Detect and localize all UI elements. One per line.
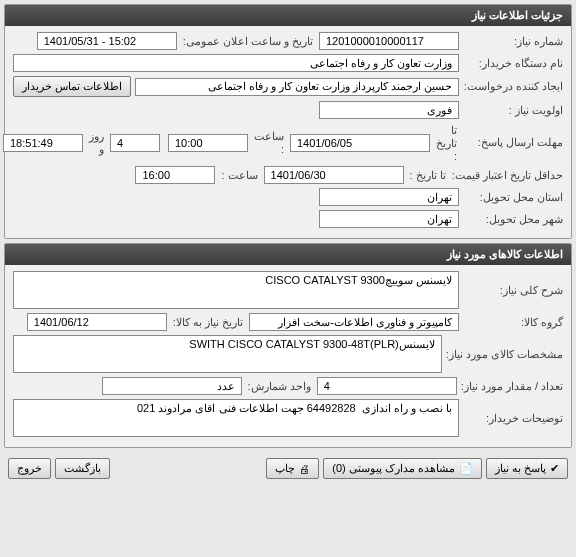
field-goods-group[interactable] xyxy=(249,313,459,331)
field-need-number[interactable] xyxy=(319,32,459,50)
field-delivery-city[interactable] xyxy=(319,210,459,228)
goods-info-header: اطلاعات کالاهای مورد نیاز xyxy=(5,244,571,265)
need-details-header: جزئیات اطلاعات نیاز xyxy=(5,5,571,26)
field-public-announce[interactable] xyxy=(37,32,177,50)
row-goods-spec: مشخصات کالای مورد نیاز: xyxy=(13,335,563,373)
button-group-left: بازگشت خروج xyxy=(8,458,110,479)
row-price-validity: حداقل تاریخ اعتبار قیمت: تا تاریخ : ساعت… xyxy=(13,166,563,184)
attachments-button-label: مشاهده مدارک پیوستی (0) xyxy=(332,462,455,475)
label-priority: اولویت نیاز : xyxy=(463,104,563,117)
row-general-desc: شرح کلی نیاز: xyxy=(13,271,563,309)
exit-button-label: خروج xyxy=(17,462,42,475)
need-details-panel: جزئیات اطلاعات نیاز شماره نیاز: تاریخ و … xyxy=(4,4,572,239)
field-remaining-hours[interactable] xyxy=(3,134,83,152)
field-quantity[interactable] xyxy=(317,377,457,395)
document-icon: 📄 xyxy=(459,462,473,475)
label-quantity: تعداد / مقدار مورد نیاز: xyxy=(461,380,563,393)
field-price-validity-date[interactable] xyxy=(264,166,404,184)
field-remaining-days[interactable] xyxy=(110,134,160,152)
attachments-button[interactable]: 📄 مشاهده مدارک پیوستی (0) xyxy=(323,458,482,479)
label-to-date-2: تا تاریخ : xyxy=(408,169,448,182)
field-priority[interactable] xyxy=(319,101,459,119)
label-buyer-org: نام دستگاه خریدار: xyxy=(463,57,563,70)
back-button[interactable]: بازگشت xyxy=(55,458,110,479)
button-group-right: ✔ پاسخ به نیاز 📄 مشاهده مدارک پیوستی (0)… xyxy=(266,458,568,479)
field-delivery-province[interactable] xyxy=(319,188,459,206)
label-time-1: ساعت : xyxy=(252,130,286,155)
row-need-number: شماره نیاز: تاریخ و ساعت اعلان عمومی: xyxy=(13,32,563,50)
respond-button-label: پاسخ به نیاز xyxy=(495,462,546,475)
label-response-deadline: مهلت ارسال پاسخ: xyxy=(463,136,563,149)
field-goods-spec[interactable] xyxy=(13,335,442,373)
print-button-label: چاپ xyxy=(275,462,295,475)
respond-button[interactable]: ✔ پاسخ به نیاز xyxy=(486,458,568,479)
field-requester[interactable] xyxy=(135,78,459,96)
field-general-desc[interactable] xyxy=(13,271,459,309)
field-response-time[interactable] xyxy=(168,134,248,152)
label-public-announce: تاریخ و ساعت اعلان عمومی: xyxy=(181,35,315,48)
label-goods-spec: مشخصات کالای مورد نیاز: xyxy=(446,348,563,361)
goods-info-body: شرح کلی نیاز: گروه کالا: تاریخ نیاز به ک… xyxy=(5,265,571,447)
printer-icon: 🖨 xyxy=(299,463,310,475)
label-general-desc: شرح کلی نیاز: xyxy=(463,284,563,297)
label-need-goods-date: تاریخ نیاز به کالا: xyxy=(171,316,245,329)
field-price-validity-time[interactable] xyxy=(135,166,215,184)
row-delivery-city: شهر محل تحویل: xyxy=(13,210,563,228)
field-buyer-notes[interactable] xyxy=(13,399,459,437)
row-priority: اولویت نیاز : xyxy=(13,101,563,119)
row-buyer-notes: توضیحات خریدار: xyxy=(13,399,563,437)
exit-button[interactable]: خروج xyxy=(8,458,51,479)
label-delivery-city: شهر محل تحویل: xyxy=(463,213,563,226)
label-unit: واحد شمارش: xyxy=(246,380,313,393)
goods-info-panel: اطلاعات کالاهای مورد نیاز شرح کلی نیاز: … xyxy=(4,243,572,448)
check-icon: ✔ xyxy=(550,462,559,475)
label-time-2: ساعت : xyxy=(219,169,259,182)
row-delivery-province: استان محل تحویل: xyxy=(13,188,563,206)
need-details-body: شماره نیاز: تاریخ و ساعت اعلان عمومی: نا… xyxy=(5,26,571,238)
label-delivery-province: استان محل تحویل: xyxy=(463,191,563,204)
field-unit[interactable] xyxy=(102,377,242,395)
row-goods-group: گروه کالا: تاریخ نیاز به کالا: xyxy=(13,313,563,331)
label-need-number: شماره نیاز: xyxy=(463,35,563,48)
row-requester: ایجاد کننده درخواست: اطلاعات تماس خریدار xyxy=(13,76,563,97)
action-button-bar: ✔ پاسخ به نیاز 📄 مشاهده مدارک پیوستی (0)… xyxy=(4,452,572,485)
label-goods-group: گروه کالا: xyxy=(463,316,563,329)
label-requester: ایجاد کننده درخواست: xyxy=(463,80,563,93)
field-need-goods-date[interactable] xyxy=(27,313,167,331)
field-response-date[interactable] xyxy=(290,134,430,152)
row-response-deadline: مهلت ارسال پاسخ: تا تاریخ : ساعت : روز و… xyxy=(13,123,563,162)
buyer-contact-button[interactable]: اطلاعات تماس خریدار xyxy=(13,76,131,97)
print-button[interactable]: 🖨 چاپ xyxy=(266,458,319,479)
label-days-and: روز و xyxy=(87,130,106,156)
field-buyer-org[interactable] xyxy=(13,54,459,72)
back-button-label: بازگشت xyxy=(64,462,101,475)
row-quantity: تعداد / مقدار مورد نیاز: واحد شمارش: xyxy=(13,377,563,395)
row-buyer-org: نام دستگاه خریدار: xyxy=(13,54,563,72)
label-to-date-1: تا تاریخ : xyxy=(434,124,459,162)
label-buyer-notes: توضیحات خریدار: xyxy=(463,412,563,425)
label-price-validity: حداقل تاریخ اعتبار قیمت: xyxy=(452,169,563,182)
